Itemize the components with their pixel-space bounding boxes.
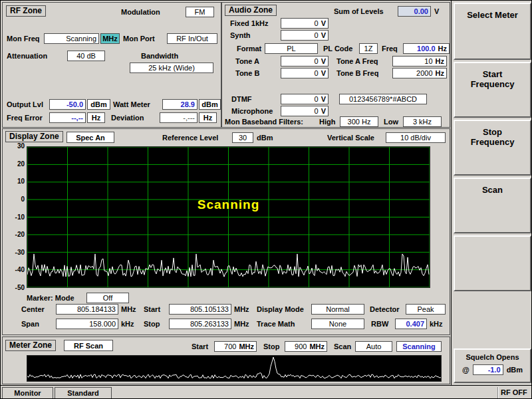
watt-meter-value: 28.9	[181, 100, 195, 108]
marker-mode-label: Marker: Mode	[27, 294, 74, 302]
low-filter-field[interactable]: 3 kHz	[403, 116, 442, 127]
synth-value: 0	[283, 31, 319, 39]
fixed-1khz-unit: V	[321, 19, 326, 27]
synth-unit: V	[321, 31, 326, 39]
synth-label: Synth	[230, 31, 251, 39]
dtmf-unit: V	[321, 95, 326, 103]
output-lvl-field[interactable]: -50.0	[49, 99, 86, 110]
detector-value: Peak	[417, 305, 434, 313]
attenuation-label: Attenuation	[7, 52, 47, 60]
audio-zone-title[interactable]: Audio Zone	[225, 5, 277, 16]
start-freq-value: 805.105133	[190, 305, 229, 313]
trace-display-mode-field[interactable]: Normal	[311, 304, 364, 315]
sum-of-levels-label: Sum of Levels	[334, 7, 384, 15]
start-freq-field[interactable]: 805.105133	[169, 304, 231, 315]
reference-level-field[interactable]: 30	[232, 132, 253, 143]
y-axis-tick: -20	[4, 231, 25, 238]
tone-b-freq-value: 2000	[395, 69, 433, 77]
watt-meter-label: Watt Meter	[113, 100, 150, 108]
deviation-unit: Hz	[199, 112, 217, 123]
squelch-level-field[interactable]: -1.0	[473, 364, 503, 375]
mon-freq-label: Mon Freq	[7, 35, 40, 43]
meter-zone-title[interactable]: Meter Zone	[5, 340, 56, 351]
attenuation-field[interactable]: 40 dB	[67, 51, 105, 61]
stop-freq-value: 805.263133	[190, 320, 229, 328]
vertical-scale-field[interactable]: 10 dB/div	[386, 132, 446, 143]
spectrum-display[interactable]: Scanning	[27, 146, 430, 288]
dtmf-level-field[interactable]: 0V	[281, 94, 329, 104]
dtmf-value: 0	[283, 95, 319, 103]
high-filter-field[interactable]: 300 Hz	[340, 116, 378, 127]
pl-code-field[interactable]: 1Z	[359, 43, 378, 54]
bandwidth-field[interactable]: 25 kHz (Wide)	[130, 63, 213, 73]
scan-stop-unit: MHz	[309, 342, 325, 350]
blank-softkey-button[interactable]	[454, 235, 531, 291]
tone-a-label: Tone A	[235, 57, 259, 65]
rf-zone-title[interactable]: RF Zone	[6, 5, 46, 17]
scan-status-field: Scanning	[396, 341, 442, 352]
tone-b-freq-field[interactable]: 2000Hz	[392, 68, 447, 78]
mon-port-field[interactable]: RF In/Out	[167, 33, 217, 44]
display-mode-selector[interactable]: Spec An	[66, 132, 114, 143]
tone-a-freq-unit: Hz	[436, 57, 444, 65]
dtmf-string-field[interactable]: 0123456789*#ABCD	[339, 94, 427, 104]
scan-stop-field[interactable]: 900MHz	[285, 341, 327, 352]
squelch-unit: dBm	[507, 366, 523, 374]
start-freq-unit: MHz	[234, 305, 249, 313]
rbw-field: 0.407	[395, 319, 427, 329]
tone-b-field[interactable]: 0V	[281, 68, 329, 78]
tone-a-value: 0	[283, 57, 319, 65]
tone-b-unit: V	[321, 69, 326, 77]
synth-field[interactable]: 0V	[281, 30, 329, 41]
modulation-label: Modulation	[121, 8, 160, 16]
tone-a-freq-field[interactable]: 10Hz	[392, 56, 447, 66]
marker-mode-field[interactable]: Off	[86, 293, 129, 303]
mon-port-value: RF In/Out	[176, 35, 208, 43]
y-axis-tick: -30	[4, 249, 25, 256]
format-field[interactable]: PL	[265, 43, 318, 54]
rf-scan-display[interactable]	[27, 355, 442, 382]
microphone-field[interactable]: 0V	[281, 106, 329, 116]
scan-mode-field[interactable]: Auto	[355, 341, 392, 352]
tone-b-value: 0	[283, 69, 319, 77]
scan-stop-value: 900	[287, 342, 307, 350]
meter-mode-selector[interactable]: RF Scan	[64, 340, 113, 351]
scan-button[interactable]: Scan	[454, 178, 531, 233]
service-monitor-app: RF Zone Modulation FM Mon Freq Scanning …	[0, 0, 532, 399]
squelch-level-value: -1.0	[488, 366, 501, 374]
scan-start-field[interactable]: 700MHz	[214, 341, 257, 352]
modulation-field[interactable]: FM	[186, 7, 214, 17]
span-label: Span	[21, 320, 39, 328]
stop-freq-field[interactable]: 805.263133	[169, 319, 231, 329]
scan-mode-value: Auto	[366, 342, 382, 350]
detector-field[interactable]: Peak	[406, 304, 446, 315]
span-field[interactable]: 158.000	[56, 319, 118, 329]
watt-meter-unit[interactable]: dBm	[199, 99, 221, 110]
tone-a-field[interactable]: 0V	[281, 56, 329, 66]
start-frequency-button[interactable]: Start Frequency	[454, 62, 531, 118]
stop-frequency-button[interactable]: Stop Frequency	[454, 120, 531, 176]
tab-monitor[interactable]: Monitor	[2, 387, 53, 399]
tab-standard[interactable]: Standard	[55, 387, 112, 399]
microphone-label: Microphone	[231, 107, 273, 115]
fixed-1khz-label: Fixed 1kHz	[230, 19, 268, 27]
dtmf-string-value: 0123456789*#ABCD	[349, 95, 417, 103]
center-label: Center	[21, 305, 45, 313]
scan-start-value: 700	[217, 342, 236, 350]
select-meter-button[interactable]: Select Meter	[454, 3, 531, 60]
mon-freq-field[interactable]: Scanning	[44, 33, 99, 44]
meter-zone: Meter Zone RF Scan Start 700MHz Stop 900…	[2, 336, 450, 384]
trace-math-field[interactable]: None	[311, 319, 364, 329]
output-lvl-unit[interactable]: dBm	[87, 99, 110, 110]
pl-code-label: PL Code	[323, 45, 352, 53]
mon-freq-value: Scanning	[66, 35, 96, 43]
display-zone-title[interactable]: Display Zone	[5, 131, 63, 142]
mon-freq-unit-toggle[interactable]: MHz	[100, 33, 120, 44]
tone-a-freq-value: 10	[395, 57, 433, 65]
squelch-at-label: @	[462, 366, 469, 374]
stop-label: Stop	[144, 320, 160, 328]
center-freq-field[interactable]: 805.184133	[56, 304, 118, 315]
pl-freq-field[interactable]: 100.0Hz	[403, 43, 450, 54]
fixed-1khz-field[interactable]: 0V	[281, 18, 329, 29]
vertical-scale-label: Vertical Scale	[327, 134, 374, 142]
